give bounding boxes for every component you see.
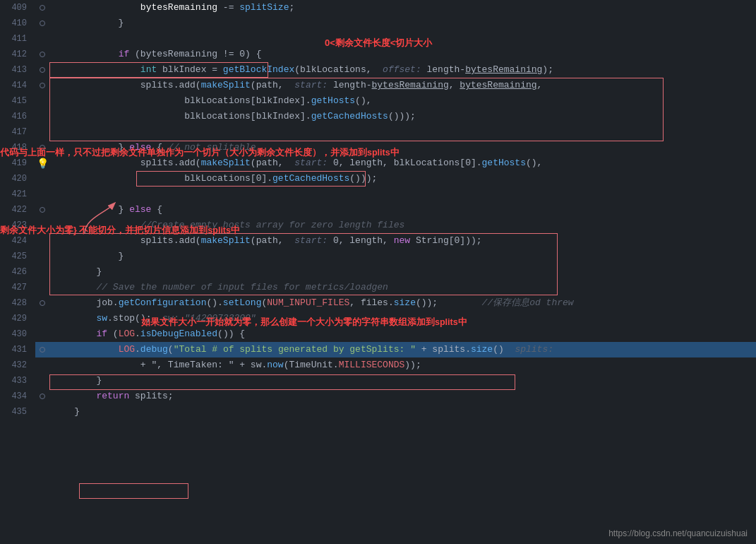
code-line-422: 422 } else {: [0, 202, 756, 218]
line-number-423: 423: [0, 218, 35, 233]
code-line-421: 421: [0, 187, 756, 202]
line-content-431: LOG.debug("Total # of splits generated b…: [49, 342, 756, 357]
code-line-432: 432 + ", TimeTaken: " + sw.now(TimeUnit.…: [0, 357, 756, 373]
line-number-410: 410: [0, 16, 35, 31]
line-number-412: 412: [0, 47, 35, 62]
line-content-425: }: [49, 249, 756, 264]
code-line-425: 425 }: [0, 249, 756, 264]
gutter-435: [35, 404, 49, 420]
line-number-420: 420: [0, 171, 35, 187]
gutter-412: [35, 47, 49, 62]
code-line-415: 415 blkLocations[blkIndex].getHosts(),: [0, 93, 756, 109]
line-content-410: }: [49, 16, 756, 31]
gutter-416: [35, 109, 49, 124]
code-line-417: 417: [0, 124, 756, 140]
line-number-432: 432: [0, 357, 35, 373]
line-number-411: 411: [0, 31, 35, 47]
code-line-429: 429 sw.stop(); sw: "14200733200": [0, 311, 756, 326]
line-number-430: 430: [0, 326, 35, 342]
gutter-424: [35, 233, 49, 249]
code-line-413: 413 int blkIndex = getBlockIndex(blkLoca…: [0, 62, 756, 78]
watermark: https://blog.csdn.net/quancuizuishuai: [608, 528, 748, 538]
line-content-416: blkLocations[blkIndex].getCachedHosts())…: [49, 109, 756, 124]
code-line-418: 418 } else { // not splitable: [0, 140, 756, 155]
gutter-425: [35, 249, 49, 264]
code-line-416: 416 blkLocations[blkIndex].getCachedHost…: [0, 109, 756, 124]
line-number-427: 427: [0, 280, 35, 295]
gutter-421: [35, 187, 49, 202]
line-number-418: 418: [0, 140, 35, 155]
line-content-434: return splits;: [49, 389, 756, 404]
gutter-426: [35, 264, 49, 280]
code-line-430: 430 if (LOG.isDebugEnabled()) {: [0, 326, 756, 342]
line-number-421: 421: [0, 187, 35, 202]
line-number-419: 419: [0, 155, 35, 171]
gutter-423: [35, 218, 49, 233]
gutter-417: [35, 124, 49, 140]
line-content-423: //Create empty hosts array for zero leng…: [49, 218, 756, 233]
code-line-423: 423 //Create empty hosts array for zero …: [0, 218, 756, 233]
line-content-435: }: [49, 404, 756, 420]
gutter-409: [35, 0, 49, 16]
gutter-434: [35, 389, 49, 404]
line-content-413: int blkIndex = getBlockIndex(blkLocation…: [49, 62, 756, 78]
line-number-415: 415: [0, 93, 35, 109]
line-content-419: splits.add(makeSplit(path, start: 0, len…: [49, 155, 756, 171]
gutter-411: [35, 31, 49, 47]
line-content-430: if (LOG.isDebugEnabled()) {: [49, 326, 756, 342]
line-number-425: 425: [0, 249, 35, 264]
line-number-431: 431: [0, 342, 35, 357]
gutter-433: [35, 373, 49, 389]
line-content-411: [49, 31, 756, 47]
code-line-411: 411: [0, 31, 756, 47]
gutter-415: [35, 93, 49, 109]
gutter-429: [35, 311, 49, 326]
redbox-line434: [79, 483, 188, 499]
line-number-433: 433: [0, 373, 35, 389]
line-content-421: [49, 187, 756, 202]
code-line-414: 414 splits.add(makeSplit(path, start: le…: [0, 78, 756, 93]
line-content-417: [49, 124, 756, 140]
code-line-420: 420 blkLocations[0].getCachedHosts()));: [0, 171, 756, 187]
line-content-427: // Save the number of input files for me…: [49, 280, 756, 295]
line-number-434: 434: [0, 389, 35, 404]
line-number-414: 414: [0, 78, 35, 93]
line-number-435: 435: [0, 404, 35, 420]
line-number-416: 416: [0, 109, 35, 124]
gutter-418: [35, 140, 49, 155]
code-line-410: 410 }: [0, 16, 756, 31]
line-content-422: } else {: [49, 202, 756, 218]
line-content-429: sw.stop(); sw: "14200733200": [49, 311, 756, 326]
line-number-417: 417: [0, 124, 35, 140]
code-line-409: 409 bytesRemaining -= splitSize;: [0, 0, 756, 16]
code-line-431: 431 LOG.debug("Total # of splits generat…: [0, 342, 756, 357]
code-line-433: 433 }: [0, 373, 756, 389]
code-editor: 0<剩余文件长度<切片大小 代码与上面一样，只不过把剩余文件单独作为一个切片（大…: [0, 0, 756, 544]
line-number-424: 424: [0, 233, 35, 249]
code-line-428: 428 job.getConfiguration().setLong(NUM_I…: [0, 295, 756, 311]
code-lines: 409 bytesRemaining -= splitSize;410 }411…: [0, 0, 756, 420]
line-content-412: if (bytesRemaining != 0) {: [49, 47, 756, 62]
code-line-427: 427 // Save the number of input files fo…: [0, 280, 756, 295]
line-content-418: } else { // not splitable: [49, 140, 756, 155]
gutter-420: [35, 171, 49, 187]
line-number-426: 426: [0, 264, 35, 280]
code-line-412: 412 if (bytesRemaining != 0) {: [0, 47, 756, 62]
code-line-419: 419💡 splits.add(makeSplit(path, start: 0…: [0, 155, 756, 171]
line-content-420: blkLocations[0].getCachedHosts()));: [49, 171, 756, 187]
gutter-431: [35, 342, 49, 357]
line-content-415: blkLocations[blkIndex].getHosts(),: [49, 93, 756, 109]
line-number-413: 413: [0, 62, 35, 78]
gutter-428: [35, 295, 49, 311]
line-content-414: splits.add(makeSplit(path, start: length…: [49, 78, 756, 93]
gutter-419: 💡: [35, 155, 49, 171]
line-content-433: }: [49, 373, 756, 389]
gutter-410: [35, 16, 49, 31]
code-line-426: 426 }: [0, 264, 756, 280]
line-number-428: 428: [0, 295, 35, 311]
code-line-424: 424 splits.add(makeSplit(path, start: 0,…: [0, 233, 756, 249]
gutter-430: [35, 326, 49, 342]
line-content-426: }: [49, 264, 756, 280]
gutter-413: [35, 62, 49, 78]
line-number-429: 429: [0, 311, 35, 326]
